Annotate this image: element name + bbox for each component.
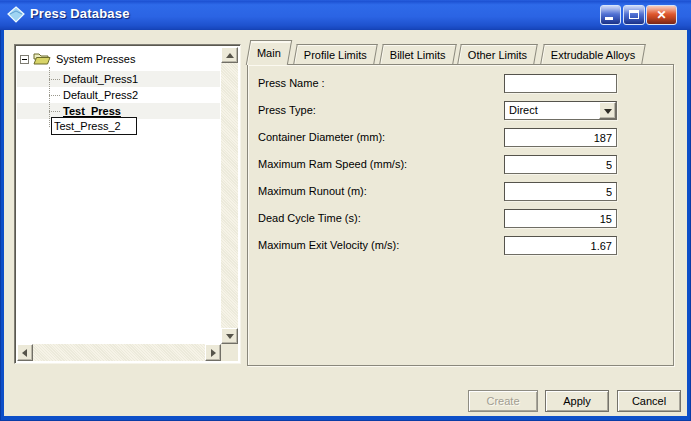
dead-cycle-time-label: Dead Cycle Time (s): [258,209,361,228]
tree-item-system-presses[interactable]: System Presses [20,51,137,67]
tab-label: Main [257,47,281,59]
close-icon[interactable]: ✕ [646,5,677,25]
dead-cycle-time-input[interactable] [504,209,617,228]
tab-strip: Main Profile Limits Billet Limits Other … [248,40,644,65]
tab-other-limits[interactable]: Other Limits [458,44,539,64]
scroll-up-icon[interactable] [221,47,238,63]
titlebar: Press Database ✕ [0,0,691,30]
max-exit-velocity-label: Maximum Exit Velocity (m/s): [258,236,399,255]
app-icon [7,6,25,23]
press-tree-panel: System Presses Default_Press1 Default_Pr… [14,44,241,364]
container-diameter-input[interactable] [504,128,617,147]
tree-item-label: Default_Press2 [61,89,140,101]
press-database-window: Press Database ✕ System Presses [0,0,691,421]
press-type-label: Press Type: [258,101,316,120]
create-button[interactable]: Create [468,390,538,412]
tab-label: Extrudable Alloys [551,49,635,61]
tree-connector-line [49,111,60,112]
cancel-button[interactable]: Cancel [617,390,681,412]
scroll-right-icon[interactable] [205,344,221,361]
main-tab-page: Press Name : Press Type: Direct Containe… [247,64,674,366]
tab-label: Profile Limits [304,49,367,61]
window-title: Press Database [30,6,130,21]
collapse-minus-icon[interactable] [20,55,29,64]
tree-item-default-press2[interactable]: Default_Press2 [61,87,140,103]
press-name-input[interactable] [504,74,617,93]
scroll-left-icon[interactable] [17,344,33,361]
apply-button[interactable]: Apply [545,390,609,412]
tree-connector-line [49,79,60,80]
tree-item-rename-input[interactable] [51,117,137,135]
scroll-down-icon[interactable] [221,328,238,344]
tree-connector-line [49,95,60,96]
maximize-icon[interactable] [623,5,645,25]
tree-connector-line [49,67,50,127]
tree-horizontal-scrollbar[interactable] [17,344,221,361]
tab-profile-limits[interactable]: Profile Limits [293,44,377,64]
tree-item-label: System Presses [54,53,137,65]
dropdown-arrow-icon[interactable] [599,102,616,119]
max-ram-speed-input[interactable] [504,155,617,174]
container-diameter-label: Container Diameter (mm): [258,128,385,147]
press-name-label: Press Name : [258,74,325,93]
tab-extrudable-alloys[interactable]: Extrudable Alloys [540,44,646,64]
tree-vertical-scrollbar[interactable] [221,47,238,344]
folder-open-icon [33,52,51,66]
minimize-icon[interactable] [600,5,621,25]
max-exit-velocity-input[interactable] [504,236,617,255]
tab-label: Other Limits [468,49,527,61]
tree-item-label: Test_Press [61,105,123,117]
press-type-dropdown[interactable]: Direct [504,101,617,120]
tab-billet-limits[interactable]: Billet Limits [379,44,456,64]
tree-item-label: Default_Press1 [61,73,140,85]
tab-label: Billet Limits [390,49,446,61]
dialog-client-area: System Presses Default_Press1 Default_Pr… [4,30,687,416]
tree-item-default-press1[interactable]: Default_Press1 [61,71,140,87]
scrollbar-corner [221,344,238,361]
max-runout-input[interactable] [504,182,617,201]
press-type-value: Direct [509,104,538,116]
tab-main[interactable]: Main [246,40,292,65]
max-runout-label: Maximum Runout (m): [258,182,367,201]
max-ram-speed-label: Maximum Ram Speed (mm/s): [258,155,407,174]
